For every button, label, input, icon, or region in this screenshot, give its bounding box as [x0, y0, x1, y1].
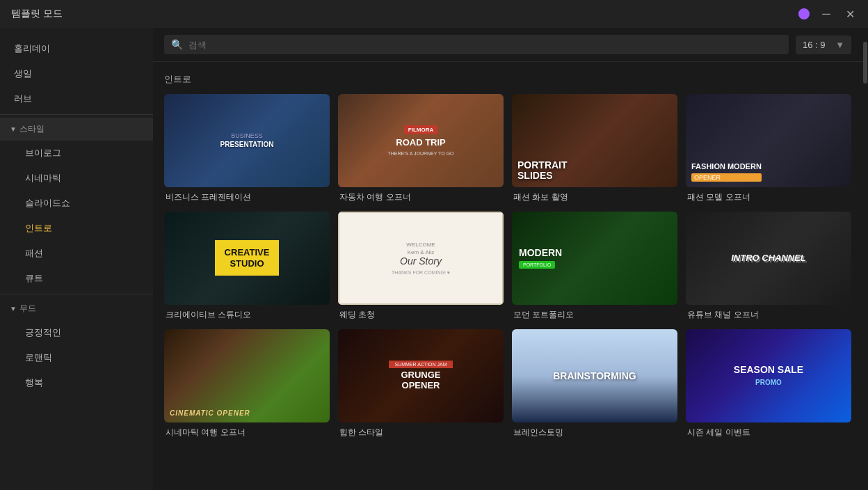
ratio-selector[interactable]: 16 : 9 ▼ — [796, 35, 851, 54]
sidebar-separator-2 — [0, 294, 153, 294]
template-cinematic-opener-label: 시네마틱 여행 오프너 — [164, 427, 330, 438]
template-fashion-modern[interactable]: FASHION MODERN OPENER 패션 모델 오프너 — [686, 94, 851, 203]
search-input[interactable] — [188, 40, 782, 50]
templates-grid: BUSINESS PRESENTATION 비즈니스 프레젠테이션 FILMOR… — [164, 94, 851, 438]
template-season-sale-label: 시즌 세일 이벤트 — [686, 427, 851, 438]
sidebar-label-cinematic: 시네마틱 — [25, 172, 61, 184]
title-bar: 템플릿 모드 ─ ✕ — [0, 0, 868, 28]
sidebar-separator-1 — [0, 114, 153, 115]
sidebar-label-happy: 행복 — [25, 377, 43, 389]
grid-area: 인트로 BUSINESS PRESENTATION 비즈니스 프레젠테이션 — [153, 62, 862, 490]
chevron-down-icon-ratio: ▼ — [835, 40, 844, 50]
close-button[interactable]: ✕ — [843, 7, 857, 21]
sidebar-label-romantic: 로맨틱 — [25, 351, 52, 364]
template-creative-thumbnail: CREATIVESTUDIO — [164, 212, 330, 305]
template-portfolio[interactable]: MODERN PORTFOLIO 모던 포트폴리오 — [512, 212, 677, 321]
sidebar-label-birthday: 생일 — [14, 68, 32, 80]
template-grunge-label: 힙한 스타일 — [338, 427, 504, 438]
template-roadtrip-label: 자동차 여행 오프너 — [338, 191, 504, 203]
sidebar-item-fashion[interactable]: 패션 — [0, 241, 153, 266]
title-bar-controls: ─ ✕ — [798, 7, 857, 21]
sidebar: 홀리데이 생일 러브 ▼ 스타일 브이로그 시네마틱 슬라이드쇼 인트로 패션 … — [0, 28, 153, 490]
sidebar-section-style[interactable]: ▼ 스타일 — [0, 118, 153, 141]
title-bar-left: 템플릿 모드 — [11, 8, 63, 20]
template-brainstorm-label: 브레인스토밍 — [512, 427, 677, 438]
scrollbar-thumb — [863, 42, 867, 84]
minimize-button[interactable]: ─ — [819, 7, 833, 21]
template-portfolio-label: 모던 포트폴리오 — [512, 309, 677, 321]
sidebar-item-happy[interactable]: 행복 — [0, 370, 153, 395]
template-intro-channel[interactable]: INTRO CHANNEL 유튜브 채널 오프너 — [686, 212, 851, 321]
template-intro-channel-thumbnail: INTRO CHANNEL — [686, 212, 851, 305]
sidebar-item-cinematic[interactable]: 시네마틱 — [0, 166, 153, 191]
sidebar-item-blog[interactable]: 브이로그 — [0, 141, 153, 166]
sidebar-item-positive[interactable]: 긍정적인 — [0, 320, 153, 345]
sidebar-item-love[interactable]: 러브 — [0, 86, 153, 111]
sidebar-label-positive: 긍정적인 — [25, 326, 61, 339]
search-input-wrapper: 🔍 — [164, 35, 789, 54]
template-cinematic-opener-thumbnail: CINEMATIC OPENER — [164, 329, 330, 422]
sidebar-item-intro[interactable]: 인트로 — [0, 216, 153, 241]
app-title: 템플릿 모드 — [11, 8, 63, 20]
sidebar-item-romantic[interactable]: 로맨틱 — [0, 345, 153, 370]
template-portfolio-thumbnail: MODERN PORTFOLIO — [512, 212, 677, 305]
template-business-label: 비즈니스 프레젠테이션 — [164, 191, 330, 203]
chevron-down-icon: ▼ — [10, 125, 17, 133]
right-scrollbar[interactable] — [862, 28, 868, 490]
template-creative-label: 크리에이티브 스튜디오 — [164, 309, 330, 321]
template-wedding[interactable]: WELCOME Kem & Aliz Our Story THANKS FOR … — [338, 212, 504, 321]
sidebar-label-love: 러브 — [14, 93, 32, 105]
sidebar-label-slideshow: 슬라이드쇼 — [25, 197, 70, 210]
template-brainstorm-thumbnail: BRAINSTORMING — [512, 329, 677, 422]
chevron-down-icon-mood: ▼ — [10, 305, 17, 313]
template-intro-channel-label: 유튜브 채널 오프너 — [686, 309, 851, 321]
template-fashion-modern-thumbnail: FASHION MODERN OPENER — [686, 94, 851, 187]
section-title: 인트로 — [164, 73, 851, 86]
sidebar-label-holiday: 홀리데이 — [14, 42, 50, 55]
template-fashion-modern-label: 패션 모델 오프너 — [686, 191, 851, 203]
status-dot — [798, 8, 810, 19]
template-wedding-label: 웨딩 초청 — [338, 309, 504, 321]
sidebar-item-slideshow[interactable]: 슬라이드쇼 — [0, 191, 153, 216]
template-business[interactable]: BUSINESS PRESENTATION 비즈니스 프레젠테이션 — [164, 94, 330, 203]
template-portrait-thumbnail: PORTRAITSLIDES — [512, 94, 677, 187]
sidebar-label-style: 스타일 — [19, 123, 45, 135]
sidebar-label-fashion: 패션 — [25, 247, 43, 260]
search-bar: 🔍 16 : 9 ▼ — [153, 28, 862, 62]
template-portrait-label: 패션 화보 촬영 — [512, 191, 677, 203]
template-brainstorm[interactable]: BRAINSTORMING 브레인스토밍 — [512, 329, 677, 438]
content-area: 🔍 16 : 9 ▼ 인트로 BUSINESS PRESENTAT — [153, 28, 862, 490]
main-container: 홀리데이 생일 러브 ▼ 스타일 브이로그 시네마틱 슬라이드쇼 인트로 패션 … — [0, 28, 868, 490]
sidebar-label-mood: 무드 — [19, 303, 36, 315]
ratio-value: 16 : 9 — [803, 40, 826, 50]
sidebar-item-birthday[interactable]: 생일 — [0, 61, 153, 86]
template-portrait[interactable]: PORTRAITSLIDES 패션 화보 촬영 — [512, 94, 677, 203]
template-roadtrip-thumbnail: FILMORA ROAD TRIP THERE'S A JOURNEY TO G… — [338, 94, 504, 187]
sidebar-item-cute[interactable]: 큐트 — [0, 266, 153, 291]
template-cinematic-opener[interactable]: CINEMATIC OPENER 시네마틱 여행 오프너 — [164, 329, 330, 438]
template-season-sale[interactable]: SEASON SALE PROMO 시즌 세일 이벤트 — [686, 329, 851, 438]
sidebar-label-intro: 인트로 — [25, 222, 52, 235]
template-creative[interactable]: CREATIVESTUDIO 크리에이티브 스튜디오 — [164, 212, 330, 321]
sidebar-item-holiday[interactable]: 홀리데이 — [0, 36, 153, 61]
template-grunge[interactable]: SUMMER ACTION JAM GRUNGEOPENER 힙한 스타일 — [338, 329, 504, 438]
sidebar-section-mood[interactable]: ▼ 무드 — [0, 297, 153, 320]
template-roadtrip[interactable]: FILMORA ROAD TRIP THERE'S A JOURNEY TO G… — [338, 94, 504, 203]
template-season-sale-thumbnail: SEASON SALE PROMO — [686, 329, 851, 422]
sidebar-label-cute: 큐트 — [25, 272, 43, 285]
sidebar-label-blog: 브이로그 — [25, 147, 61, 159]
search-icon: 🔍 — [171, 39, 183, 50]
template-grunge-thumbnail: SUMMER ACTION JAM GRUNGEOPENER — [338, 329, 504, 422]
template-wedding-thumbnail: WELCOME Kem & Aliz Our Story THANKS FOR … — [338, 212, 504, 305]
template-business-thumbnail: BUSINESS PRESENTATION — [164, 94, 330, 187]
